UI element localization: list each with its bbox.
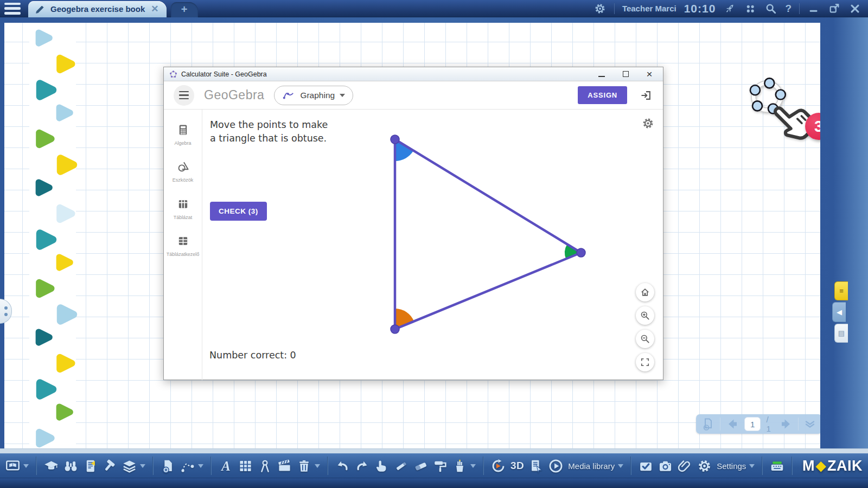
attachment-button[interactable] (678, 459, 692, 473)
undo-button[interactable] (335, 459, 350, 473)
gg-sidebar-label: Táblázatkezelő (167, 252, 200, 258)
apps-grid-icon[interactable] (744, 2, 757, 15)
redo-button[interactable] (355, 459, 369, 473)
window-maximize-button[interactable] (623, 71, 629, 77)
compass-icon (258, 459, 272, 473)
current-page-input[interactable]: 1 (744, 417, 761, 431)
search-media-button[interactable] (63, 459, 78, 473)
3d-button[interactable]: 3D (510, 460, 524, 472)
add-page-icon (161, 459, 175, 473)
sync-settings-icon[interactable] (593, 2, 607, 15)
rocket-icon[interactable] (723, 2, 736, 15)
chevron-down-icon (315, 464, 320, 468)
tools-button[interactable] (103, 459, 117, 473)
fullscreen-button[interactable] (636, 353, 654, 371)
pencil-icon (34, 3, 47, 16)
add-page-icon[interactable] (701, 418, 714, 431)
text-tool-button[interactable]: A (219, 459, 233, 473)
fill-tool-button[interactable] (433, 459, 448, 473)
toolbar-divider (762, 457, 763, 475)
previous-page-button[interactable] (726, 418, 739, 431)
sign-in-icon[interactable] (639, 88, 653, 102)
geogebra-brand: GeoGebra (204, 88, 264, 102)
zoom-out-button[interactable] (636, 330, 654, 348)
right-tab-expand[interactable]: ◀ (832, 302, 846, 322)
logo-prefix: M (802, 458, 815, 474)
help-button[interactable]: ? (785, 3, 792, 15)
next-page-button[interactable] (780, 418, 793, 431)
media-library-button[interactable]: Media library (568, 461, 623, 471)
notes-doc-icon (83, 459, 98, 473)
book-tab[interactable]: Geogebra exercise book ✕ (28, 1, 167, 17)
mode-selector[interactable]: Graphing (274, 86, 353, 105)
applet-settings-icon[interactable] (642, 117, 654, 132)
search-icon[interactable] (764, 2, 777, 15)
main-menu-button[interactable] (4, 3, 21, 15)
deco-leaf (33, 127, 56, 151)
geometry-tool-button[interactable] (258, 459, 272, 473)
notes-button[interactable] (83, 459, 98, 473)
exercise-editor-button[interactable] (529, 459, 544, 473)
homework-button[interactable] (639, 459, 653, 473)
school-button[interactable] (44, 459, 59, 473)
highlighter-button[interactable] (394, 459, 409, 473)
check-button[interactable]: CHECK (3) (210, 202, 267, 221)
window-close-button[interactable]: × (646, 70, 653, 78)
triangle-vertex-point[interactable] (391, 135, 399, 144)
right-tab-clipboard[interactable]: ▤ (834, 324, 848, 343)
triangle-vertex-point[interactable] (391, 325, 399, 333)
clapper-icon (277, 459, 292, 473)
replay-button[interactable] (491, 459, 506, 473)
zoom-in-button[interactable] (636, 306, 654, 325)
redo-icon (355, 459, 369, 473)
geogebra-titlebar[interactable]: Calculator Suite - GeoGebra × (164, 67, 663, 81)
close-button[interactable] (848, 2, 861, 15)
assign-button[interactable]: ASSIGN (578, 86, 627, 104)
jump-end-button[interactable] (803, 418, 816, 431)
gg-sidebar-item-eszk-z-k[interactable]: Eszközök (165, 160, 200, 183)
hand-tool-button[interactable] (374, 459, 389, 473)
deco-leaf (53, 301, 79, 328)
eraser-button[interactable] (413, 459, 428, 473)
mozaik-logo[interactable]: M◆ZAIK (802, 458, 863, 474)
new-tab-button[interactable]: + (171, 2, 198, 17)
table-tool-button[interactable] (238, 459, 253, 473)
gg-sidebar-item-algebra[interactable]: Algebra (165, 124, 200, 146)
draw-tool-button[interactable] (180, 459, 203, 473)
pen-set-button[interactable] (452, 459, 476, 473)
add-page-button[interactable] (161, 459, 175, 473)
toolbar-divider (630, 457, 631, 475)
keyboard-status[interactable] (770, 459, 784, 473)
player-button[interactable] (548, 459, 563, 473)
settings-icon-button[interactable] (697, 459, 712, 473)
diamond-icon: ◆ (816, 458, 826, 473)
camera-icon (658, 459, 673, 473)
home-button[interactable] (636, 283, 654, 301)
exercise-prompt: Move the points to make a triangle that … (210, 118, 328, 145)
gg-sidebar-item-t-bl-zatkezel-[interactable]: Táblázatkezelő (165, 235, 200, 258)
triangle-figure[interactable] (202, 110, 663, 380)
media-clip-button[interactable] (277, 459, 292, 473)
paperclip-icon (678, 459, 692, 473)
window-minimize-button[interactable] (598, 76, 605, 77)
right-tab-bookmark[interactable]: ≡ (834, 281, 848, 300)
triangle-vertex-point[interactable] (577, 248, 585, 257)
deco-leaf (53, 102, 75, 124)
tab-close-icon[interactable]: ✕ (151, 4, 158, 14)
restore-button[interactable] (828, 2, 841, 15)
bottom-frame (0, 478, 868, 488)
book-mode-button[interactable] (5, 459, 29, 473)
page-navigator: 1 / 1 (696, 414, 820, 434)
deco-leaf (33, 177, 54, 198)
geogebra-menu-button[interactable] (174, 85, 194, 106)
delete-button[interactable] (297, 459, 320, 473)
gg-sidebar-item-t-bl-zat[interactable]: Táblázat (165, 198, 200, 221)
book-page-canvas[interactable]: Calculator Suite - GeoGebra × GeoGebra G… (4, 23, 820, 448)
camera-button[interactable] (658, 459, 673, 473)
settings-button[interactable]: Settings (717, 461, 755, 471)
geogebra-applet[interactable]: Move the points to make a triangle that … (202, 110, 663, 380)
layers-button[interactable] (122, 459, 145, 473)
toolbar-divider (483, 457, 484, 475)
hammer-icon (103, 459, 117, 473)
minimize-button[interactable] (807, 2, 820, 15)
